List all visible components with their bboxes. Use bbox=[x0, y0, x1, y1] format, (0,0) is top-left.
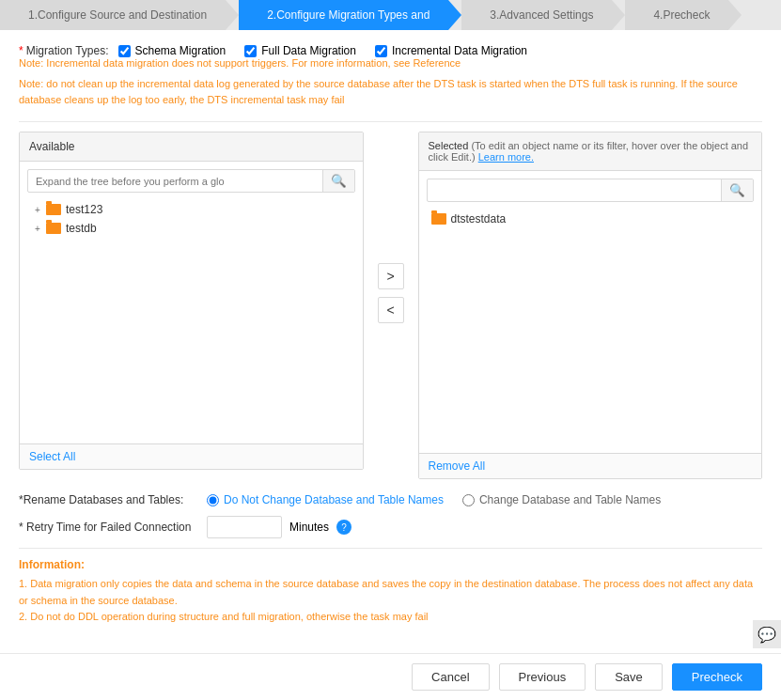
divider bbox=[19, 121, 762, 122]
retry-input[interactable]: 720 bbox=[207, 516, 282, 538]
radio-change-input[interactable] bbox=[462, 494, 475, 506]
expander-testdb[interactable]: + bbox=[32, 223, 43, 234]
available-search-button[interactable]: 🔍 bbox=[322, 170, 354, 192]
information-item-2: 2. Do not do DDL operation during struct… bbox=[19, 609, 762, 626]
information-title: Information: bbox=[19, 558, 762, 571]
wizard-step-1[interactable]: 1.Configure Source and Destination bbox=[0, 0, 226, 30]
wizard-step-3[interactable]: 3.Advanced Settings bbox=[461, 0, 612, 30]
precheck-button[interactable]: Precheck bbox=[672, 663, 762, 691]
remove-all-link[interactable]: Remove All bbox=[429, 459, 486, 473]
selected-search-button[interactable]: 🔍 bbox=[721, 179, 753, 201]
information-item-1: 1. Data migration only copies the data a… bbox=[19, 576, 762, 609]
schema-checkbox[interactable] bbox=[118, 45, 131, 57]
footer-bar: Cancel Previous Save Precheck bbox=[0, 653, 781, 700]
checkbox-full[interactable]: Full Data Migration bbox=[244, 44, 356, 57]
migration-types-row: * Migration Types: Schema Migration Full… bbox=[19, 44, 762, 69]
help-icon[interactable]: ? bbox=[336, 520, 351, 535]
selected-footer: Remove All bbox=[419, 453, 762, 478]
expander-test123[interactable]: + bbox=[32, 204, 43, 215]
transfer-backward-button[interactable]: < bbox=[378, 297, 404, 323]
rename-label: *Rename Databases and Tables: bbox=[19, 493, 207, 506]
transfer-forward-button[interactable]: > bbox=[378, 263, 404, 289]
migration-note: Note: Incremental data migration does no… bbox=[19, 57, 461, 69]
folder-icon-test123 bbox=[46, 204, 61, 215]
folder-icon-dtstestdata bbox=[431, 213, 446, 225]
rename-radio-group: Do Not Change Database and Table Names C… bbox=[207, 493, 661, 506]
wizard-bar: 1.Configure Source and Destination 2.Con… bbox=[0, 0, 781, 30]
list-item[interactable]: + testdb bbox=[27, 219, 355, 238]
radio-no-change-label: Do Not Change Database and Table Names bbox=[224, 493, 444, 506]
radio-no-change[interactable]: Do Not Change Database and Table Names bbox=[207, 493, 444, 506]
wizard-step-4-label: 4.Precheck bbox=[653, 8, 710, 22]
selected-subtitle: (To edit an object name or its filter, h… bbox=[429, 140, 749, 163]
rename-row: *Rename Databases and Tables: Do Not Cha… bbox=[19, 493, 762, 506]
retry-label: * Retry Time for Failed Connection bbox=[19, 521, 207, 534]
selected-title: Selected bbox=[429, 140, 469, 151]
wizard-step-3-label: 3.Advanced Settings bbox=[490, 8, 593, 22]
cancel-button[interactable]: Cancel bbox=[412, 663, 489, 691]
list-item[interactable]: dtstestdata bbox=[427, 210, 755, 228]
main-content: * Migration Types: Schema Migration Full… bbox=[0, 30, 781, 653]
learn-more-link[interactable]: Learn more. bbox=[478, 151, 534, 163]
folder-icon-testdb bbox=[46, 223, 61, 234]
transfer-container: Available 🔍 + test123 + testdb bbox=[19, 132, 762, 479]
selected-search-box[interactable]: 🔍 bbox=[427, 179, 755, 202]
checkbox-schema[interactable]: Schema Migration bbox=[118, 44, 226, 57]
available-header: Available bbox=[20, 132, 363, 162]
wizard-step-1-label: 1.Configure Source and Destination bbox=[28, 8, 207, 22]
radio-change-label: Change Database and Table Names bbox=[479, 493, 661, 506]
retry-unit: Minutes bbox=[289, 521, 329, 534]
wizard-step-4[interactable]: 4.Precheck bbox=[625, 0, 728, 30]
tree-label-dtstestdata: dtstestdata bbox=[451, 212, 507, 226]
incremental-label: Incremental Data Migration bbox=[392, 44, 527, 57]
available-search-input[interactable] bbox=[28, 172, 322, 191]
radio-no-change-input[interactable] bbox=[207, 494, 219, 506]
available-panel: Available 🔍 + test123 + testdb bbox=[19, 132, 364, 470]
available-search-box[interactable]: 🔍 bbox=[27, 169, 355, 193]
retry-input-group: 720 Minutes ? bbox=[207, 516, 351, 538]
schema-label: Schema Migration bbox=[135, 44, 226, 57]
available-title: Available bbox=[29, 140, 74, 153]
tree-label-testdb: testdb bbox=[66, 222, 97, 235]
retry-row: * Retry Time for Failed Connection 720 M… bbox=[19, 516, 762, 538]
available-footer: Select All bbox=[20, 443, 363, 469]
selected-header: Selected (To edit an object name or its … bbox=[419, 132, 762, 171]
previous-button[interactable]: Previous bbox=[499, 663, 586, 691]
wizard-step-2[interactable]: 2.Configure Migration Types and bbox=[239, 0, 448, 30]
checkbox-incremental[interactable]: Incremental Data Migration bbox=[375, 44, 527, 57]
migration-types-label: Migration Types: bbox=[26, 44, 109, 57]
full-label: Full Data Migration bbox=[261, 44, 356, 57]
selected-body: 🔍 dtstestdata bbox=[419, 171, 762, 453]
chat-icon-symbol: 💬 bbox=[758, 626, 776, 644]
incremental-checkbox[interactable] bbox=[375, 45, 387, 57]
available-body: 🔍 + test123 + testdb bbox=[20, 162, 363, 443]
chat-icon[interactable]: 💬 bbox=[753, 620, 781, 648]
required-star: * bbox=[19, 44, 23, 57]
select-all-link[interactable]: Select All bbox=[29, 450, 75, 463]
tree-label-test123: test123 bbox=[66, 203, 102, 216]
list-item[interactable]: + test123 bbox=[27, 200, 355, 219]
wizard-step-2-label: 2.Configure Migration Types and bbox=[267, 8, 430, 22]
save-button[interactable]: Save bbox=[595, 663, 663, 691]
full-checkbox[interactable] bbox=[244, 45, 257, 57]
info-note: Note: do not clean up the incremental da… bbox=[19, 76, 762, 107]
radio-change[interactable]: Change Database and Table Names bbox=[462, 493, 661, 506]
selected-panel: Selected (To edit an object name or its … bbox=[418, 132, 763, 479]
transfer-buttons: > < bbox=[373, 263, 409, 323]
information-section: Information: 1. Data migration only copi… bbox=[19, 548, 762, 635]
selected-search-input[interactable] bbox=[428, 181, 722, 200]
